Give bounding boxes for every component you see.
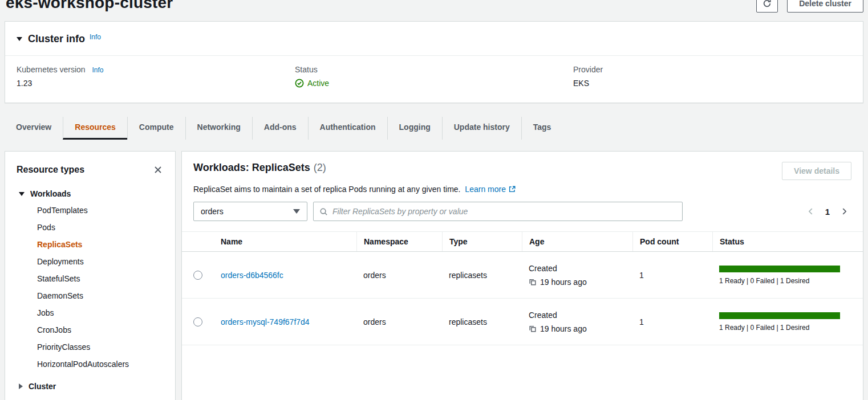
tab-update-history[interactable]: Update history (442, 117, 521, 140)
search-input[interactable] (332, 207, 676, 216)
previous-page-button[interactable] (807, 207, 815, 215)
kubernetes-version-label: Kubernetes version Info (17, 65, 295, 74)
next-page-button[interactable] (840, 207, 848, 215)
column-header-status: Status (712, 232, 863, 251)
resource-types-panel: Resource types Workloads PodTemplates Po… (5, 151, 176, 400)
replicasets-header: Workloads: ReplicaSets(2) View details (182, 152, 863, 180)
tab-authentication[interactable]: Authentication (308, 117, 387, 140)
status-progress-bar (719, 266, 840, 272)
sidebar-item-podtemplates[interactable]: PodTemplates (37, 202, 164, 219)
age-value: 19 hours ago (540, 324, 587, 333)
cluster-info-panel: Cluster info Info Kubernetes version Inf… (5, 21, 863, 103)
status-label: Status (295, 65, 573, 74)
pod-count-cell: 1 (632, 317, 712, 326)
filter-toolbar: orders 1 (182, 194, 863, 231)
tab-compute[interactable]: Compute (127, 117, 185, 140)
content-area: Resource types Workloads PodTemplates Po… (5, 151, 863, 400)
cluster-info-body: Kubernetes version Info 1.23 Status Acti… (5, 56, 863, 103)
page-title: eks-workshop-cluster (6, 0, 173, 12)
cluster-info-info-link[interactable]: Info (90, 33, 101, 41)
namespace-cell: orders (356, 317, 442, 326)
refresh-icon (762, 0, 772, 8)
age-value-row: 19 hours ago (529, 277, 632, 287)
copy-icon (529, 278, 537, 286)
status-cell: 1 Ready | 0 Failed | 1 Desired (712, 266, 863, 285)
resource-types-title: Resource types (17, 165, 84, 175)
provider-label: Provider (573, 65, 851, 74)
check-circle-icon (295, 79, 304, 88)
replicasets-count: (2) (314, 162, 326, 173)
view-details-button[interactable]: View details (782, 162, 851, 180)
kubernetes-version-field: Kubernetes version Info 1.23 (17, 65, 295, 88)
tab-resources[interactable]: Resources (63, 117, 127, 140)
replicaset-link[interactable]: orders-mysql-749f67f7d4 (221, 317, 310, 326)
age-cell: Created 19 hours ago (522, 311, 632, 333)
type-cell: replicasets (442, 317, 522, 326)
age-value-row: 19 hours ago (529, 324, 632, 333)
tab-logging[interactable]: Logging (387, 117, 442, 140)
learn-more-link[interactable]: Learn more (465, 185, 516, 194)
provider-value: EKS (573, 79, 851, 88)
workloads-group-toggle[interactable]: Workloads (19, 189, 164, 198)
refresh-button[interactable] (756, 0, 778, 13)
namespace-filter-dropdown[interactable]: orders (193, 202, 307, 221)
current-page-number[interactable]: 1 (825, 207, 830, 217)
sidebar-item-priorityclasses[interactable]: PriorityClasses (37, 338, 164, 356)
sidebar-item-daemonsets[interactable]: DaemonSets (37, 287, 164, 304)
sidebar-item-replicasets[interactable]: ReplicaSets (37, 236, 164, 253)
table-header: Name Namespace Type Age Pod count Status (182, 231, 863, 252)
delete-cluster-button[interactable]: Delete cluster (787, 0, 863, 13)
status-progress-bar (719, 312, 840, 319)
table-row: orders-mysql-749f67f7d4 orders replicase… (182, 299, 863, 345)
cluster-info-header[interactable]: Cluster info Info (5, 22, 863, 56)
row-select-cell (182, 271, 214, 280)
close-panel-button[interactable] (152, 164, 164, 175)
column-header-pod-count: Pod count (632, 232, 712, 251)
table-header-select (182, 232, 214, 251)
age-value: 19 hours ago (540, 277, 587, 287)
status-badge: Active (307, 79, 329, 88)
tab-tags[interactable]: Tags (521, 117, 563, 140)
workloads-items: PodTemplates Pods ReplicaSets Deployment… (37, 202, 164, 373)
chevron-down-icon (17, 37, 22, 41)
sidebar-item-deployments[interactable]: Deployments (37, 253, 164, 270)
age-cell: Created 19 hours ago (522, 264, 632, 287)
search-icon (319, 207, 328, 216)
sidebar-item-horizontalpodautoscalers[interactable]: HorizontalPodAutoscalers (37, 356, 164, 373)
row-radio[interactable] (193, 317, 202, 326)
chevron-down-icon (19, 192, 25, 196)
status-field: Status Active (295, 65, 573, 88)
external-link-icon (508, 185, 516, 193)
chevron-left-icon (807, 207, 815, 215)
namespace-filter-value: orders (201, 207, 224, 216)
type-cell: replicasets (442, 271, 522, 280)
sidebar-item-pods[interactable]: Pods (37, 219, 164, 236)
copy-button[interactable] (529, 325, 537, 333)
tab-add-ons[interactable]: Add-ons (252, 117, 308, 140)
status-text: 1 Ready | 0 Failed | 1 Desired (719, 277, 850, 285)
replicaset-link[interactable]: orders-d6b4566fc (221, 271, 283, 280)
cluster-tabs: Overview Resources Compute Networking Ad… (5, 117, 863, 140)
cluster-info-title: Cluster info (28, 33, 85, 45)
provider-field: Provider EKS (573, 65, 851, 88)
copy-icon (529, 325, 537, 333)
name-cell: orders-mysql-749f67f7d4 (214, 317, 356, 326)
replicasets-description: ReplicaSet aims to maintain a set of rep… (182, 180, 863, 194)
copy-button[interactable] (529, 278, 537, 286)
status-value: Active (295, 79, 573, 88)
replicasets-title: Workloads: ReplicaSets (193, 162, 310, 173)
cluster-group-toggle[interactable]: Cluster (19, 382, 164, 391)
kubernetes-version-info-link[interactable]: Info (92, 66, 104, 74)
sidebar-item-statefulsets[interactable]: StatefulSets (37, 270, 164, 287)
chevron-down-icon (293, 209, 300, 214)
tab-networking[interactable]: Networking (185, 117, 252, 140)
kubernetes-version-value: 1.23 (17, 79, 295, 88)
row-radio[interactable] (193, 271, 202, 280)
status-cell: 1 Ready | 0 Failed | 1 Desired (712, 312, 863, 332)
sidebar-item-cronjobs[interactable]: CronJobs (37, 321, 164, 338)
chevron-right-icon (19, 383, 23, 389)
search-box (313, 202, 683, 221)
tab-overview[interactable]: Overview (5, 117, 63, 140)
name-cell: orders-d6b4566fc (214, 271, 356, 280)
sidebar-item-jobs[interactable]: Jobs (37, 304, 164, 321)
